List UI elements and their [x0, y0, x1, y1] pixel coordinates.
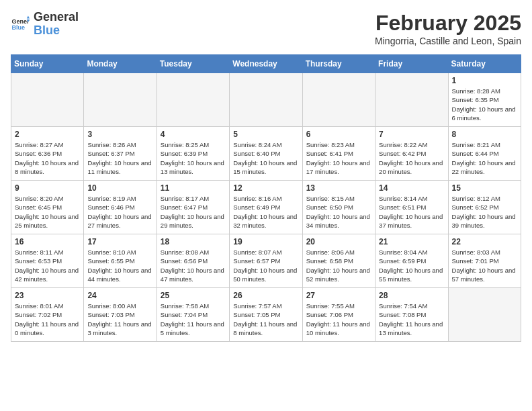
- calendar-header-row: SundayMondayTuesdayWednesdayThursdayFrid…: [11, 55, 521, 73]
- calendar-cell: 10Sunrise: 8:19 AMSunset: 6:46 PMDayligh…: [84, 181, 157, 234]
- calendar-cell: 25Sunrise: 7:58 AMSunset: 7:04 PMDayligh…: [157, 288, 229, 342]
- calendar-cell: [157, 73, 229, 127]
- calendar-cell: [375, 73, 448, 127]
- month-year: February 2025: [375, 11, 521, 36]
- calendar-cell: 9Sunrise: 8:20 AMSunset: 6:45 PMDaylight…: [11, 181, 84, 234]
- day-info: Sunrise: 8:00 AMSunset: 7:03 PMDaylight:…: [87, 302, 152, 337]
- day-info: Sunrise: 8:26 AMSunset: 6:37 PMDaylight:…: [87, 140, 152, 176]
- day-info: Sunrise: 8:04 AMSunset: 6:59 PMDaylight:…: [379, 248, 444, 283]
- day-info: Sunrise: 7:58 AMSunset: 7:04 PMDaylight:…: [161, 302, 226, 337]
- calendar-cell: [84, 73, 157, 127]
- day-number: 13: [306, 183, 371, 193]
- day-number: 23: [15, 291, 80, 300]
- day-number: 9: [15, 183, 80, 193]
- day-info: Sunrise: 8:20 AMSunset: 6:45 PMDaylight:…: [15, 194, 80, 230]
- calendar-cell: 7Sunrise: 8:22 AMSunset: 6:42 PMDaylight…: [375, 127, 448, 181]
- calendar-cell: 13Sunrise: 8:15 AMSunset: 6:50 PMDayligh…: [302, 181, 375, 234]
- day-info: Sunrise: 8:27 AMSunset: 6:36 PMDaylight:…: [15, 140, 80, 176]
- calendar-cell: 23Sunrise: 8:01 AMSunset: 7:02 PMDayligh…: [11, 288, 84, 342]
- day-info: Sunrise: 8:12 AMSunset: 6:52 PMDaylight:…: [452, 194, 517, 230]
- calendar-cell: 15Sunrise: 8:12 AMSunset: 6:52 PMDayligh…: [448, 181, 521, 234]
- page-header: General Blue General Blue February 2025 …: [11, 11, 521, 46]
- day-number: 7: [379, 130, 444, 139]
- calendar-cell: 27Sunrise: 7:55 AMSunset: 7:06 PMDayligh…: [302, 288, 375, 342]
- title-block: February 2025 Mingorria, Castille and Le…: [375, 11, 521, 46]
- svg-text:General: General: [11, 17, 30, 24]
- day-number: 18: [161, 237, 226, 246]
- day-info: Sunrise: 8:21 AMSunset: 6:44 PMDaylight:…: [452, 140, 517, 176]
- day-number: 1: [452, 76, 517, 85]
- calendar-cell: [11, 73, 84, 127]
- col-header-thursday: Thursday: [302, 55, 375, 73]
- day-number: 26: [233, 291, 298, 300]
- day-number: 5: [233, 130, 298, 139]
- day-info: Sunrise: 8:08 AMSunset: 6:56 PMDaylight:…: [161, 248, 226, 283]
- day-number: 19: [233, 237, 298, 246]
- day-info: Sunrise: 8:06 AMSunset: 6:58 PMDaylight:…: [306, 248, 371, 283]
- calendar-cell: [230, 73, 302, 127]
- calendar-cell: 11Sunrise: 8:17 AMSunset: 6:47 PMDayligh…: [157, 181, 229, 234]
- day-info: Sunrise: 8:11 AMSunset: 6:53 PMDaylight:…: [15, 248, 80, 283]
- day-number: 4: [161, 130, 226, 139]
- calendar-table: SundayMondayTuesdayWednesdayThursdayFrid…: [11, 54, 521, 342]
- day-info: Sunrise: 8:07 AMSunset: 6:57 PMDaylight:…: [233, 248, 298, 283]
- day-info: Sunrise: 8:28 AMSunset: 6:35 PMDaylight:…: [452, 87, 517, 122]
- day-number: 25: [161, 291, 226, 300]
- logo-text: General Blue: [34, 11, 79, 38]
- calendar-cell: 2Sunrise: 8:27 AMSunset: 6:36 PMDaylight…: [11, 127, 84, 181]
- svg-text:Blue: Blue: [11, 24, 25, 31]
- calendar-cell: 4Sunrise: 8:25 AMSunset: 6:39 PMDaylight…: [157, 127, 229, 181]
- day-number: 28: [379, 291, 444, 300]
- calendar-week-row: 16Sunrise: 8:11 AMSunset: 6:53 PMDayligh…: [11, 234, 521, 288]
- calendar-cell: 1Sunrise: 8:28 AMSunset: 6:35 PMDaylight…: [448, 73, 521, 127]
- day-number: 22: [452, 237, 517, 246]
- day-number: 27: [306, 291, 371, 300]
- day-info: Sunrise: 8:19 AMSunset: 6:46 PMDaylight:…: [87, 194, 152, 230]
- calendar-week-row: 9Sunrise: 8:20 AMSunset: 6:45 PMDaylight…: [11, 181, 521, 234]
- day-info: Sunrise: 8:17 AMSunset: 6:47 PMDaylight:…: [161, 194, 226, 230]
- day-info: Sunrise: 7:54 AMSunset: 7:08 PMDaylight:…: [379, 302, 444, 337]
- day-number: 12: [233, 183, 298, 193]
- day-number: 24: [87, 291, 152, 300]
- day-number: 15: [452, 183, 517, 193]
- day-number: 3: [87, 130, 152, 139]
- calendar-cell: 17Sunrise: 8:10 AMSunset: 6:55 PMDayligh…: [84, 234, 157, 288]
- svg-marker-2: [27, 15, 30, 18]
- col-header-friday: Friday: [375, 55, 448, 73]
- calendar-cell: 3Sunrise: 8:26 AMSunset: 6:37 PMDaylight…: [84, 127, 157, 181]
- location: Mingorria, Castille and Leon, Spain: [375, 36, 521, 46]
- calendar-week-row: 2Sunrise: 8:27 AMSunset: 6:36 PMDaylight…: [11, 127, 521, 181]
- col-header-wednesday: Wednesday: [230, 55, 302, 73]
- calendar-cell: [448, 288, 521, 342]
- calendar-cell: 21Sunrise: 8:04 AMSunset: 6:59 PMDayligh…: [375, 234, 448, 288]
- day-number: 21: [379, 237, 444, 246]
- calendar-cell: 18Sunrise: 8:08 AMSunset: 6:56 PMDayligh…: [157, 234, 229, 288]
- calendar-cell: 6Sunrise: 8:23 AMSunset: 6:41 PMDaylight…: [302, 127, 375, 181]
- calendar-cell: 5Sunrise: 8:24 AMSunset: 6:40 PMDaylight…: [230, 127, 302, 181]
- calendar-cell: 12Sunrise: 8:16 AMSunset: 6:49 PMDayligh…: [230, 181, 302, 234]
- day-info: Sunrise: 8:23 AMSunset: 6:41 PMDaylight:…: [306, 140, 371, 176]
- day-info: Sunrise: 8:16 AMSunset: 6:49 PMDaylight:…: [233, 194, 298, 230]
- calendar-cell: [302, 73, 375, 127]
- day-info: Sunrise: 8:01 AMSunset: 7:02 PMDaylight:…: [15, 302, 80, 337]
- calendar-cell: 14Sunrise: 8:14 AMSunset: 6:51 PMDayligh…: [375, 181, 448, 234]
- calendar-cell: 19Sunrise: 8:07 AMSunset: 6:57 PMDayligh…: [230, 234, 302, 288]
- day-number: 17: [87, 237, 152, 246]
- calendar-week-row: 23Sunrise: 8:01 AMSunset: 7:02 PMDayligh…: [11, 288, 521, 342]
- calendar-week-row: 1Sunrise: 8:28 AMSunset: 6:35 PMDaylight…: [11, 73, 521, 127]
- day-number: 10: [87, 183, 152, 193]
- calendar-cell: 28Sunrise: 7:54 AMSunset: 7:08 PMDayligh…: [375, 288, 448, 342]
- day-info: Sunrise: 8:24 AMSunset: 6:40 PMDaylight:…: [233, 140, 298, 176]
- calendar-cell: 26Sunrise: 7:57 AMSunset: 7:05 PMDayligh…: [230, 288, 302, 342]
- col-header-monday: Monday: [84, 55, 157, 73]
- day-number: 11: [161, 183, 226, 193]
- day-number: 16: [15, 237, 80, 246]
- col-header-tuesday: Tuesday: [157, 55, 229, 73]
- day-number: 8: [452, 130, 517, 139]
- day-info: Sunrise: 8:03 AMSunset: 7:01 PMDaylight:…: [452, 248, 517, 283]
- day-info: Sunrise: 8:25 AMSunset: 6:39 PMDaylight:…: [161, 140, 226, 176]
- col-header-saturday: Saturday: [448, 55, 521, 73]
- day-info: Sunrise: 8:22 AMSunset: 6:42 PMDaylight:…: [379, 140, 444, 176]
- day-number: 20: [306, 237, 371, 246]
- day-info: Sunrise: 8:10 AMSunset: 6:55 PMDaylight:…: [87, 248, 152, 283]
